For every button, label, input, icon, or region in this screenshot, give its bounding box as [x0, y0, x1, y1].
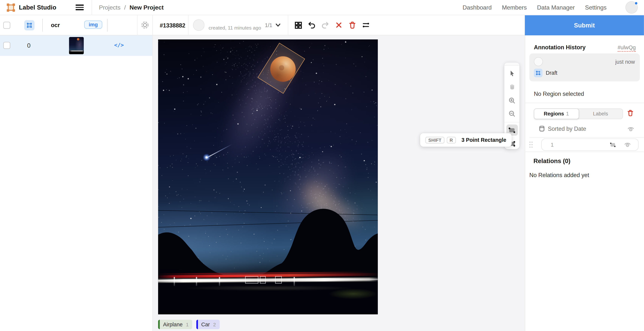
- guardrail-frame2: [260, 276, 266, 283]
- chevron-down-icon[interactable]: [274, 21, 282, 29]
- nav-link-settings[interactable]: Settings: [585, 4, 606, 11]
- tab-regions[interactable]: Regions 1: [534, 109, 579, 119]
- app-window: Label Studio Projects / New Project Dash…: [0, 0, 644, 331]
- label-hotkey: 2: [213, 322, 216, 327]
- relations-divider: [525, 152, 644, 152]
- relations-empty-text: No Relations added yet: [530, 172, 589, 178]
- move-tool-button[interactable]: [506, 68, 518, 79]
- task-list-sidebar: 0 </>: [0, 35, 153, 331]
- zoom-in-icon: [508, 97, 516, 104]
- tool-tooltip: SHIFT R 3 Point Rectangle: [420, 133, 512, 147]
- task-author-avatar: [193, 19, 204, 31]
- tab-regions-label: Regions: [544, 111, 564, 117]
- task-toolbar: #1338882 created, 11 minutes ago 1/1: [153, 15, 525, 35]
- annotation-pager: 1/1: [265, 22, 272, 28]
- guardrail-post: [219, 277, 220, 286]
- sort-date-icon: [539, 125, 545, 132]
- sort-by-selector[interactable]: Sorted by Date: [539, 125, 586, 132]
- hand-icon: [509, 84, 515, 90]
- user-avatar[interactable]: [626, 1, 638, 14]
- delete-regions-trash-icon[interactable]: [627, 109, 634, 117]
- outliner-tabs: Regions 1 Labels: [534, 109, 623, 119]
- column-ocr-label: ocr: [51, 22, 60, 28]
- guardrail-frame3: [275, 276, 282, 283]
- delete-task-trash-icon[interactable]: [348, 20, 357, 30]
- breadcrumb-current-project: New Project: [130, 4, 164, 11]
- nav-link-members[interactable]: Members: [502, 4, 527, 11]
- history-item-draft[interactable]: just now Draft: [530, 54, 640, 82]
- code-icon[interactable]: </>: [114, 42, 124, 48]
- drag-handle-icon[interactable]: [529, 141, 533, 149]
- no-region-text: No Region selected: [534, 90, 584, 97]
- task-row-thumbnail[interactable]: [69, 37, 84, 54]
- breadcrumb-separator: /: [124, 4, 126, 11]
- grid-view-icon[interactable]: [293, 20, 303, 30]
- region-rectangle-icon: [609, 141, 616, 149]
- task-row-selected[interactable]: 0 </>: [0, 35, 152, 56]
- breadcrumb-projects[interactable]: Projects: [99, 4, 120, 11]
- bounding-box-icon: [26, 22, 32, 28]
- grass-patch: [328, 288, 378, 299]
- label-chip-car[interactable]: Car 2: [196, 320, 220, 329]
- guardrail-frame: [245, 276, 258, 283]
- undo-icon[interactable]: [307, 20, 316, 30]
- task-actions: [293, 20, 371, 30]
- cursor-icon: [509, 70, 515, 77]
- label-chip-airplane[interactable]: Airplane 1: [158, 320, 192, 329]
- guardrail-post: [174, 277, 175, 286]
- top-navigation: Label Studio Projects / New Project Dash…: [0, 0, 644, 15]
- tab-labels-label: Labels: [593, 111, 608, 117]
- relations-title: Relations (0): [534, 157, 570, 164]
- rectangle-2point-icon: [508, 126, 516, 134]
- toggle-all-visibility-eye-icon[interactable]: [627, 125, 634, 133]
- task-id: #1338882: [160, 22, 185, 29]
- annotation-view-toggle-button[interactable]: [24, 20, 34, 31]
- label-studio-logo-icon: [6, 3, 15, 12]
- annotation-id-link[interactable]: #ulwQg: [618, 45, 636, 52]
- region-item-box[interactable]: 1: [541, 138, 638, 151]
- redo-icon[interactable]: [320, 20, 330, 30]
- tab-regions-count: 1: [566, 111, 569, 117]
- zoom-in-tool-button[interactable]: [506, 95, 518, 106]
- reject-icon[interactable]: [334, 20, 344, 30]
- region-list-item[interactable]: 1: [525, 138, 644, 152]
- menu-hamburger-icon[interactable]: [76, 5, 84, 10]
- gear-icon[interactable]: [140, 21, 149, 30]
- label-name: Airplane: [163, 321, 182, 327]
- region-visibility-eye-icon[interactable]: [624, 141, 631, 149]
- zoom-out-icon: [508, 110, 516, 117]
- guardrail-post: [196, 277, 197, 286]
- annotation-workspace: Airplane 1 Car 2: [153, 35, 525, 331]
- tab-labels[interactable]: Labels: [578, 109, 623, 119]
- breadcrumb: Projects / New Project: [99, 4, 164, 11]
- img-tag-badge[interactable]: img: [84, 21, 102, 29]
- select-all-checkbox[interactable]: [3, 22, 10, 29]
- task-created-text: created, 11 minutes ago: [209, 25, 261, 31]
- zoom-out-tool-button[interactable]: [506, 108, 518, 120]
- guardrail-post: [294, 277, 295, 286]
- hotkey-r: R: [447, 137, 456, 143]
- header-divider: [42, 19, 43, 32]
- annotation-image-canvas[interactable]: [158, 40, 378, 314]
- submit-button[interactable]: Submit: [525, 15, 644, 35]
- palette-drag-handle[interactable]: [504, 62, 520, 66]
- swap-compare-icon[interactable]: [361, 20, 371, 30]
- label-color-stripe: [158, 320, 160, 329]
- history-avatar: [534, 57, 543, 66]
- brand-name: Label Studio: [19, 4, 56, 11]
- label-hotkey: 1: [186, 322, 189, 327]
- task-divider2: [288, 15, 288, 35]
- hotkey-shift: SHIFT: [426, 137, 444, 143]
- toolbar-row: ocr img #1338882 created, 11 minutes ago…: [0, 15, 644, 35]
- history-time: just now: [615, 59, 635, 65]
- pan-tool-button[interactable]: [506, 81, 518, 93]
- notification-dot: [634, 2, 638, 5]
- tooltip-label: 3 Point Rectangle: [462, 137, 506, 143]
- task-row-checkbox[interactable]: [3, 42, 10, 49]
- annotation-history-title: Annotation History: [534, 44, 586, 51]
- region-item-id: 1: [551, 142, 554, 148]
- details-panel: Annotation History #ulwQg just now Draft…: [525, 35, 644, 331]
- nav-link-data-manager[interactable]: Data Manager: [537, 4, 575, 11]
- panel-divider: [525, 103, 644, 103]
- nav-link-dashboard[interactable]: Dashboard: [462, 4, 492, 11]
